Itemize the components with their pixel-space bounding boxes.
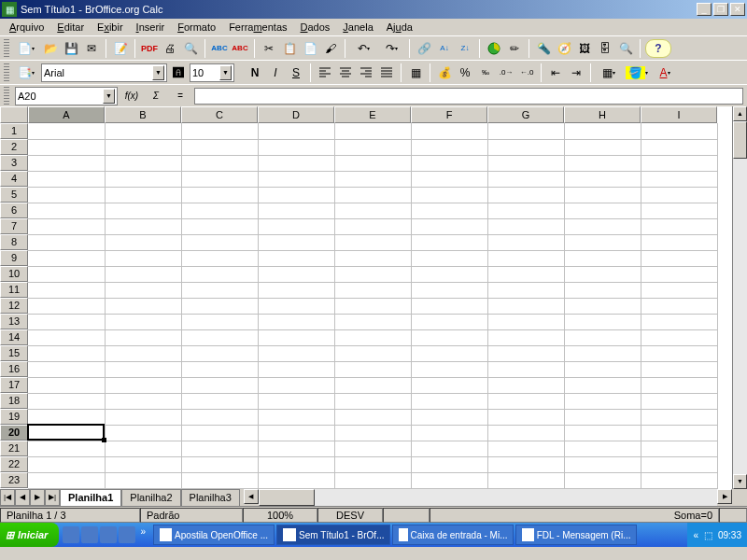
font-size-select[interactable]: 10 ▼	[190, 63, 234, 82]
cell[interactable]	[258, 139, 334, 155]
cell[interactable]	[564, 282, 641, 298]
row-header[interactable]: 2	[0, 139, 28, 155]
cell[interactable]	[487, 123, 564, 139]
column-header[interactable]: E	[334, 106, 411, 123]
cell[interactable]	[641, 441, 717, 456]
cell[interactable]	[28, 441, 105, 456]
ql-mail-icon[interactable]	[100, 526, 117, 543]
cell[interactable]	[334, 203, 411, 218]
row-header[interactable]: 5	[0, 187, 28, 203]
sum-button[interactable]: Σ	[146, 88, 166, 105]
system-tray[interactable]: « ⬚ 09:33	[687, 523, 747, 547]
cell[interactable]	[258, 234, 334, 250]
cell[interactable]	[411, 456, 487, 472]
cell[interactable]	[28, 425, 105, 441]
cell[interactable]	[411, 314, 487, 329]
cell[interactable]	[181, 123, 258, 139]
sheet-tab[interactable]: Planilha3	[181, 489, 240, 506]
cell[interactable]	[105, 266, 181, 282]
row-header[interactable]: 9	[0, 250, 28, 266]
cell[interactable]	[487, 171, 564, 187]
cell[interactable]	[258, 155, 334, 171]
cell[interactable]	[487, 345, 564, 361]
cell[interactable]	[28, 329, 105, 345]
cell[interactable]	[564, 203, 641, 218]
export-pdf-button[interactable]: PDF	[140, 39, 159, 58]
cell[interactable]	[487, 314, 564, 329]
taskbar-task-button[interactable]: Sem Título1 - BrOf...	[276, 525, 391, 545]
row-header[interactable]: 4	[0, 171, 28, 187]
menu-ajuda[interactable]: Ajuda	[381, 21, 418, 34]
cell[interactable]	[105, 377, 181, 393]
cell[interactable]	[564, 314, 641, 329]
cell[interactable]	[334, 218, 411, 234]
cell[interactable]	[487, 298, 564, 314]
cell[interactable]	[258, 345, 334, 361]
cell[interactable]	[564, 250, 641, 266]
column-header[interactable]: G	[487, 106, 564, 123]
cell[interactable]	[181, 298, 258, 314]
add-decimal-button[interactable]: .0→	[497, 63, 515, 82]
bgcolor-button[interactable]: 🪣▾	[624, 63, 650, 82]
cell[interactable]	[334, 377, 411, 393]
cell[interactable]	[641, 425, 717, 441]
scroll-right-icon[interactable]: ▶	[717, 489, 732, 504]
cell[interactable]	[258, 298, 334, 314]
scroll-thumb[interactable]	[259, 489, 315, 506]
cell[interactable]	[258, 409, 334, 425]
cell[interactable]	[258, 361, 334, 377]
cell[interactable]	[105, 409, 181, 425]
zoom-button[interactable]: 🔍	[616, 39, 635, 58]
cell[interactable]	[641, 139, 717, 155]
redo-button[interactable]: ↷▾	[378, 39, 404, 58]
cell[interactable]	[641, 409, 717, 425]
cell[interactable]	[564, 472, 641, 488]
cell[interactable]	[334, 250, 411, 266]
cell[interactable]	[28, 393, 105, 409]
cell[interactable]	[641, 218, 717, 234]
cell[interactable]	[641, 314, 717, 329]
cell[interactable]	[105, 123, 181, 139]
menu-janela[interactable]: Janela	[337, 21, 378, 34]
function-button[interactable]: =	[170, 88, 190, 105]
cell[interactable]	[487, 409, 564, 425]
cell[interactable]	[105, 329, 181, 345]
cell[interactable]	[181, 425, 258, 441]
cell[interactable]	[105, 171, 181, 187]
edit-doc-button[interactable]: 📝	[111, 39, 130, 58]
menu-formato[interactable]: Formato	[172, 21, 221, 34]
navigator-button[interactable]: 🧭	[555, 39, 573, 58]
help-button[interactable]: ?	[645, 39, 671, 58]
cell[interactable]	[28, 171, 105, 187]
cell[interactable]	[411, 218, 487, 234]
inc-indent-button[interactable]: ⇥	[567, 63, 585, 82]
cell[interactable]	[334, 298, 411, 314]
cell[interactable]	[334, 187, 411, 203]
cell[interactable]	[564, 298, 641, 314]
cell[interactable]	[258, 472, 334, 488]
toolbar-grip-icon[interactable]	[4, 63, 9, 82]
cell[interactable]	[487, 361, 564, 377]
cell[interactable]	[334, 234, 411, 250]
chevron-down-icon[interactable]: ▼	[152, 65, 164, 80]
cell[interactable]	[28, 456, 105, 472]
cell[interactable]	[487, 441, 564, 456]
column-header[interactable]: I	[641, 106, 717, 123]
cell[interactable]	[487, 155, 564, 171]
cells-area[interactable]	[28, 123, 718, 489]
status-mode[interactable]: DESV	[317, 508, 383, 523]
cell[interactable]	[28, 123, 105, 139]
cell[interactable]	[258, 282, 334, 298]
status-zoom[interactable]: 100%	[243, 508, 317, 523]
cell[interactable]	[181, 441, 258, 456]
cell[interactable]	[564, 425, 641, 441]
cell[interactable]	[411, 409, 487, 425]
scroll-left-icon[interactable]: ◀	[244, 489, 259, 504]
new-button[interactable]: 📄▾	[13, 39, 39, 58]
cell[interactable]	[258, 425, 334, 441]
autospell-button[interactable]: ABC	[231, 39, 249, 58]
cell[interactable]	[334, 314, 411, 329]
cell[interactable]	[181, 345, 258, 361]
cell[interactable]	[334, 282, 411, 298]
cell[interactable]	[181, 171, 258, 187]
